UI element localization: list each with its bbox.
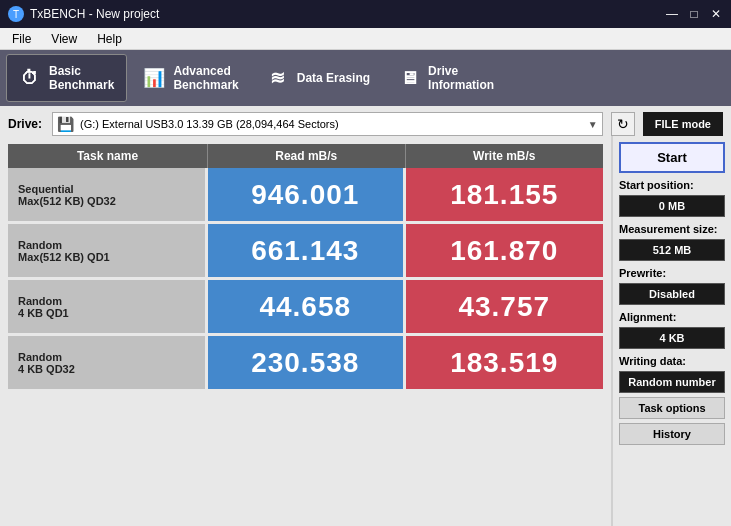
alignment-value[interactable]: 4 KB bbox=[619, 327, 725, 349]
col-write: Write mB/s bbox=[406, 144, 604, 168]
row-4-write: 183.519 bbox=[406, 336, 604, 389]
measurement-size-value[interactable]: 512 MB bbox=[619, 239, 725, 261]
measurement-size-label: Measurement size: bbox=[619, 223, 725, 235]
advanced-tab-icon: 📊 bbox=[143, 67, 165, 89]
minimize-button[interactable]: — bbox=[665, 7, 679, 21]
start-button[interactable]: Start bbox=[619, 142, 725, 173]
content-area: Task name Read mB/s Write mB/s Sequentia… bbox=[0, 136, 731, 526]
menu-item-help[interactable]: Help bbox=[93, 30, 126, 48]
col-task-name: Task name bbox=[8, 144, 208, 168]
history-button[interactable]: History bbox=[619, 423, 725, 445]
side-panel: Start Start position: 0 MB Measurement s… bbox=[611, 136, 731, 526]
writing-data-label: Writing data: bbox=[619, 355, 725, 367]
row-3-read: 44.658 bbox=[208, 280, 406, 333]
row-2-write: 161.870 bbox=[406, 224, 604, 277]
window-controls: — □ ✕ bbox=[665, 7, 723, 21]
drive-label: Drive: bbox=[8, 117, 44, 131]
row-4-label: Random4 KB QD32 bbox=[8, 336, 208, 389]
drive-info-tab-label: DriveInformation bbox=[428, 64, 494, 93]
file-mode-button[interactable]: FILE mode bbox=[643, 112, 723, 136]
drive-row: Drive: 💾 (G:) External USB3.0 13.39 GB (… bbox=[0, 106, 731, 136]
drive-type-icon: 💾 bbox=[57, 116, 74, 132]
chevron-down-icon: ▼ bbox=[588, 119, 598, 130]
main-panel: Task name Read mB/s Write mB/s Sequentia… bbox=[0, 136, 611, 526]
table-row: Random4 KB QD32 230.538 183.519 bbox=[8, 336, 603, 392]
start-position-value[interactable]: 0 MB bbox=[619, 195, 725, 217]
refresh-button[interactable]: ↻ bbox=[611, 112, 635, 136]
row-3-write: 43.757 bbox=[406, 280, 604, 333]
table-row: RandomMax(512 KB) QD1 661.143 161.870 bbox=[8, 224, 603, 280]
alignment-label: Alignment: bbox=[619, 311, 725, 323]
row-2-label: RandomMax(512 KB) QD1 bbox=[8, 224, 208, 277]
advanced-tab-label: AdvancedBenchmark bbox=[173, 64, 238, 93]
task-options-button[interactable]: Task options bbox=[619, 397, 725, 419]
toolbar: ⏱BasicBenchmark📊AdvancedBenchmark≋Data E… bbox=[0, 50, 731, 106]
drive-select-content: 💾 (G:) External USB3.0 13.39 GB (28,094,… bbox=[57, 116, 339, 132]
title-bar-left: T TxBENCH - New project bbox=[8, 6, 159, 22]
row-1-write: 181.155 bbox=[406, 168, 604, 221]
refresh-icon: ↻ bbox=[617, 116, 629, 132]
basic-tab-icon: ⏱ bbox=[19, 68, 41, 89]
table-header: Task name Read mB/s Write mB/s bbox=[8, 144, 603, 168]
title-bar: T TxBENCH - New project — □ ✕ bbox=[0, 0, 731, 28]
close-button[interactable]: ✕ bbox=[709, 7, 723, 21]
maximize-button[interactable]: □ bbox=[687, 7, 701, 21]
drive-select-text: (G:) External USB3.0 13.39 GB (28,094,46… bbox=[80, 118, 339, 130]
menu-bar: FileViewHelp bbox=[0, 28, 731, 50]
col-read: Read mB/s bbox=[208, 144, 406, 168]
start-position-label: Start position: bbox=[619, 179, 725, 191]
row-4-read: 230.538 bbox=[208, 336, 406, 389]
row-3-label: Random4 KB QD1 bbox=[8, 280, 208, 333]
drive-select[interactable]: 💾 (G:) External USB3.0 13.39 GB (28,094,… bbox=[52, 112, 603, 136]
app-icon: T bbox=[8, 6, 24, 22]
tab-advanced[interactable]: 📊AdvancedBenchmark bbox=[131, 54, 250, 102]
erasing-tab-label: Data Erasing bbox=[297, 71, 370, 85]
writing-data-value[interactable]: Random number bbox=[619, 371, 725, 393]
row-1-label: SequentialMax(512 KB) QD32 bbox=[8, 168, 208, 221]
tab-erasing[interactable]: ≋Data Erasing bbox=[255, 54, 382, 102]
tab-basic[interactable]: ⏱BasicBenchmark bbox=[6, 54, 127, 102]
prewrite-value[interactable]: Disabled bbox=[619, 283, 725, 305]
row-1-read: 946.001 bbox=[208, 168, 406, 221]
table-row: SequentialMax(512 KB) QD32 946.001 181.1… bbox=[8, 168, 603, 224]
menu-item-view[interactable]: View bbox=[47, 30, 81, 48]
table-row: Random4 KB QD1 44.658 43.757 bbox=[8, 280, 603, 336]
basic-tab-label: BasicBenchmark bbox=[49, 64, 114, 93]
menu-item-file[interactable]: File bbox=[8, 30, 35, 48]
row-2-read: 661.143 bbox=[208, 224, 406, 277]
tab-drive-info[interactable]: 🖥DriveInformation bbox=[386, 54, 506, 102]
drive-info-tab-icon: 🖥 bbox=[398, 68, 420, 89]
prewrite-label: Prewrite: bbox=[619, 267, 725, 279]
benchmark-table: Task name Read mB/s Write mB/s Sequentia… bbox=[8, 144, 603, 526]
window-title: TxBENCH - New project bbox=[30, 7, 159, 21]
erasing-tab-icon: ≋ bbox=[267, 67, 289, 89]
